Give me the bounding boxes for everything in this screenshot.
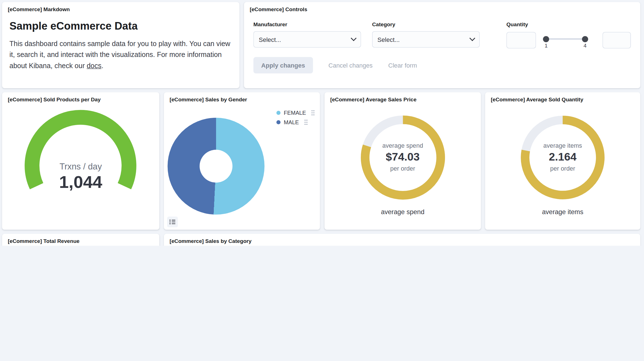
legend-options-icon[interactable]: [304, 119, 308, 126]
quantity-row: 1 4: [506, 31, 631, 49]
quantity-field-group: Quantity 1 4: [506, 21, 631, 49]
ring-arc: [485, 107, 640, 206]
panel-controls: [eCommerce] Controls Manufacturer Select…: [244, 2, 640, 88]
total-revenue-metric: $77,288.77: [2, 244, 159, 246]
gender-legend: FEMALE MALE: [276, 109, 315, 125]
ring-arc: [325, 107, 481, 206]
panel-title-sold-products[interactable]: [eCommerce] Sold Products per Day: [2, 92, 159, 103]
apply-changes-button[interactable]: Apply changes: [254, 57, 313, 73]
category-select[interactable]: Select...: [372, 31, 480, 48]
panel-title-sales-by-gender[interactable]: [eCommerce] Sales by Gender: [164, 92, 320, 103]
panel-sales-by-category: [eCommerce] Sales by Category Men's Acce…: [164, 234, 640, 246]
category-field-group: Category Select...: [372, 21, 480, 49]
manufacturer-field-group: Manufacturer Select...: [254, 21, 361, 49]
legend-options-icon: [304, 119, 308, 126]
panel-markdown: [eCommerce] Markdown Sample eCommerce Da…: [2, 2, 239, 88]
sold-products-gauge: Trxns / day 1,044: [2, 108, 159, 212]
quantity-label: Quantity: [506, 21, 631, 27]
markdown-heading: Sample eCommerce Data: [10, 20, 232, 33]
average-price-gauge: average spend $74.03 per order: [325, 107, 481, 206]
ring-footer-label: average items: [485, 208, 640, 216]
manufacturer-label: Manufacturer: [254, 21, 361, 27]
cancel-changes-button[interactable]: Cancel changes: [328, 62, 373, 69]
chevron-down-icon: [351, 35, 357, 41]
panel-title-controls[interactable]: [eCommerce] Controls: [244, 2, 640, 12]
panel-total-revenue: [eCommerce] Total Revenue $77,288.77: [2, 234, 159, 246]
gender-donut-chart[interactable]: [168, 118, 265, 215]
panel-title-sales-by-category[interactable]: [eCommerce] Sales by Category: [164, 234, 640, 244]
legend-color-dot: [276, 120, 281, 125]
list-icon: [169, 219, 176, 225]
legend-options-icon[interactable]: [311, 109, 315, 116]
slider-handle-min[interactable]: [543, 36, 549, 42]
panel-average-sold-quantity: [eCommerce] Average Sold Quantity averag…: [485, 92, 640, 230]
panel-title-average-sales-price[interactable]: [eCommerce] Average Sales Price: [325, 92, 481, 103]
markdown-text-after: .: [101, 62, 103, 70]
slider-min-label: 1: [544, 43, 548, 49]
legend-label: MALE: [284, 119, 299, 125]
panel-sold-products: [eCommerce] Sold Products per Day Trxns …: [2, 92, 159, 230]
chevron-down-icon: [469, 35, 475, 41]
slider-handle-max[interactable]: [582, 36, 588, 42]
legend-toggle-button[interactable]: [167, 217, 178, 227]
legend-item-male[interactable]: MALE: [276, 119, 315, 126]
category-select-placeholder: Select...: [377, 36, 400, 43]
average-quantity-gauge: average items 2.164 per order: [485, 107, 640, 206]
panel-title-average-sold-quantity[interactable]: [eCommerce] Average Sold Quantity: [485, 92, 640, 103]
panel-average-sales-price: [eCommerce] Average Sales Price average …: [325, 92, 481, 230]
panel-title-markdown[interactable]: [eCommerce] Markdown: [2, 2, 239, 12]
legend-options-icon: [311, 109, 315, 116]
kibana-dashboard: [eCommerce] Markdown Sample eCommerce Da…: [0, 0, 644, 246]
controls-fields-row: Manufacturer Select... Category Select..…: [244, 21, 640, 49]
category-label: Category: [372, 21, 480, 27]
gauge-arc: [2, 108, 159, 212]
legend-label: FEMALE: [284, 110, 306, 116]
quantity-max-input[interactable]: [603, 32, 631, 49]
legend-color-dot: [276, 111, 281, 115]
manufacturer-select-placeholder: Select...: [259, 36, 281, 43]
panel-title-total-revenue[interactable]: [eCommerce] Total Revenue: [2, 234, 159, 244]
markdown-text: This dashboard contains sample data for …: [10, 40, 230, 70]
docs-link[interactable]: docs: [87, 62, 101, 70]
ring-footer-label: average spend: [325, 208, 481, 216]
slider-max-label: 4: [584, 43, 587, 49]
manufacturer-select[interactable]: Select...: [254, 31, 361, 48]
markdown-body: This dashboard contains sample data for …: [10, 38, 232, 71]
panel-sales-by-gender: [eCommerce] Sales by Gender FEMALE MALE: [164, 92, 320, 230]
slider-track[interactable]: [544, 38, 587, 40]
clear-form-button[interactable]: Clear form: [388, 62, 417, 69]
quantity-min-input[interactable]: [506, 32, 536, 49]
quantity-range-slider[interactable]: 1 4: [544, 31, 587, 49]
legend-item-female[interactable]: FEMALE: [276, 109, 315, 116]
controls-buttons-row: Apply changes Cancel changes Clear form: [254, 57, 640, 73]
